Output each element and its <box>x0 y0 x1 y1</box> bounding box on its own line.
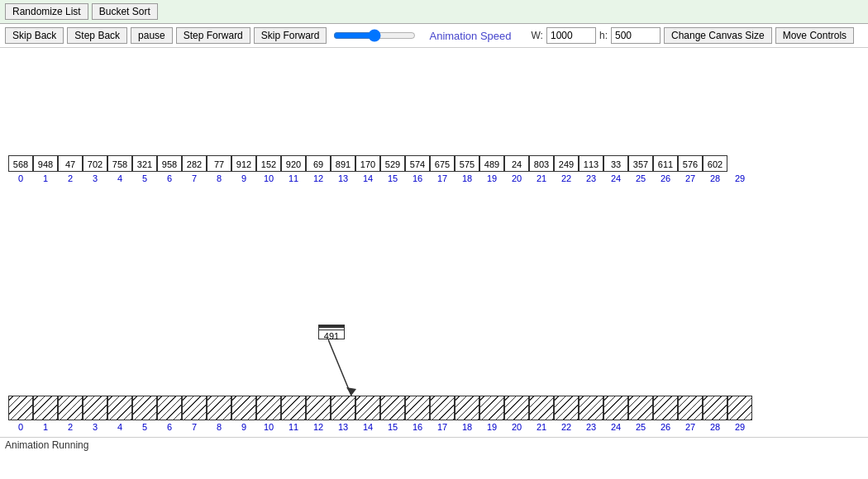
h-label: h: <box>599 30 608 41</box>
bucket-index-cell: 26 <box>653 422 678 432</box>
array-cell: 170 <box>355 155 380 172</box>
status-text: Animation Running <box>5 439 88 451</box>
bucket-cell <box>727 396 752 420</box>
array-cell: 249 <box>554 155 579 172</box>
array-index-cell: 24 <box>603 173 628 183</box>
array-cell: 69 <box>306 155 331 172</box>
bucket-cell <box>405 396 430 420</box>
w-input[interactable] <box>546 27 596 44</box>
bucket-index-cell: 29 <box>727 422 752 432</box>
array-cell: 575 <box>455 155 479 172</box>
array-cell: 611 <box>653 155 678 172</box>
bucket-index-cell: 17 <box>430 422 455 432</box>
skip-forward-button[interactable]: Skip Forward <box>254 27 327 44</box>
array-cell: 948 <box>33 155 58 172</box>
array-index-cell: 10 <box>256 173 281 183</box>
bucket-cell <box>504 396 529 420</box>
array-index-cell: 16 <box>405 173 430 183</box>
animation-speed-label: Animation Speed <box>429 30 511 42</box>
move-controls-button[interactable]: Move Controls <box>775 27 854 44</box>
w-label: W: <box>532 30 543 41</box>
bucket-index-cell: 14 <box>355 422 380 432</box>
array-index-cell: 5 <box>132 173 157 183</box>
main-area: 5689484770275832195828277912152920698911… <box>0 48 868 453</box>
bucket-cell <box>355 396 380 420</box>
bucket-sort-button[interactable]: Bucket Sort <box>92 3 158 20</box>
array-index-cell: 23 <box>579 173 603 183</box>
array-index-cell: 7 <box>182 173 207 183</box>
array-index-cell: 26 <box>653 173 678 183</box>
bucket-cell <box>529 396 554 420</box>
array-cell: 47 <box>58 155 83 172</box>
bucket-index-cell: 16 <box>405 422 430 432</box>
array-index-cell: 14 <box>355 173 380 183</box>
array-index-cell: 19 <box>479 173 504 183</box>
array-index-cell: 13 <box>331 173 355 183</box>
array-index-cell: 2 <box>58 173 83 183</box>
bucket-index-cell: 3 <box>83 422 107 432</box>
array-index-cell: 28 <box>703 173 727 183</box>
bucket-index-cell: 25 <box>628 422 653 432</box>
step-forward-button[interactable]: Step Forward <box>176 27 250 44</box>
array-cell: 489 <box>479 155 504 172</box>
array-cell: 574 <box>405 155 430 172</box>
array-index-cell: 15 <box>380 173 405 183</box>
bucket-cell <box>58 396 83 420</box>
bucket-cell <box>653 396 678 420</box>
array-cell: 803 <box>529 155 554 172</box>
bucket-cell <box>455 396 479 420</box>
bucket-cell <box>603 396 628 420</box>
randomize-button[interactable]: Randomize List <box>5 3 88 20</box>
array-indices: 0123456789101112131415161718192021222324… <box>8 173 868 183</box>
bucket-index-cell: 6 <box>157 422 182 432</box>
array-index-cell: 25 <box>628 173 653 183</box>
change-canvas-button[interactable]: Change Canvas Size <box>664 27 772 44</box>
bucket-cell <box>33 396 58 420</box>
bucket-index-cell: 4 <box>107 422 132 432</box>
array-cell: 282 <box>182 155 207 172</box>
array-index-cell: 9 <box>231 173 256 183</box>
bucket-cell <box>554 396 579 420</box>
skip-back-button[interactable]: Skip Back <box>5 27 64 44</box>
bucket-index-cell: 1 <box>33 422 58 432</box>
array-index-cell: 12 <box>306 173 331 183</box>
bucket-cell <box>83 396 107 420</box>
array-cell: 113 <box>579 155 603 172</box>
array-index-cell: 6 <box>157 173 182 183</box>
array-cell: 152 <box>256 155 281 172</box>
bucket-cell <box>132 396 157 420</box>
bucket-cell <box>281 396 306 420</box>
h-input[interactable] <box>611 27 661 44</box>
top-toolbar: Randomize List Bucket Sort <box>0 0 868 24</box>
bucket-index-cell: 8 <box>207 422 231 432</box>
bucket-index-cell: 5 <box>132 422 157 432</box>
array-index-cell: 0 <box>8 173 33 183</box>
bucket-cell <box>182 396 207 420</box>
bucket-index-cell: 12 <box>306 422 331 432</box>
bucket-cell <box>430 396 455 420</box>
array-index-cell: 11 <box>281 173 306 183</box>
bucket-index-cell: 20 <box>504 422 529 432</box>
speed-slider[interactable] <box>333 29 416 42</box>
bucket-index-cell: 11 <box>281 422 306 432</box>
bucket-indices: 0123456789101112131415161718192021222324… <box>8 422 868 432</box>
array-cell: 602 <box>703 155 727 172</box>
bucket-cell <box>107 396 132 420</box>
array-index-cell: 29 <box>727 173 752 183</box>
status-bar: Animation Running <box>0 437 868 453</box>
array-cell: 912 <box>231 155 256 172</box>
array-cell: 357 <box>628 155 653 172</box>
step-back-button[interactable]: Step Back <box>67 27 127 44</box>
bucket-cell <box>628 396 653 420</box>
array-cell: 321 <box>132 155 157 172</box>
bucket-index-cell: 10 <box>256 422 281 432</box>
bucket-cell <box>678 396 703 420</box>
array-display: 5689484770275832195828277912152920698911… <box>0 155 868 183</box>
bucket-index-cell: 18 <box>455 422 479 432</box>
svg-marker-1 <box>346 387 356 396</box>
pause-button[interactable]: pause <box>131 27 173 44</box>
array-cell: 758 <box>107 155 132 172</box>
bucket-index-cell: 0 <box>8 422 33 432</box>
array-index-cell: 22 <box>554 173 579 183</box>
bucket-index-cell: 19 <box>479 422 504 432</box>
